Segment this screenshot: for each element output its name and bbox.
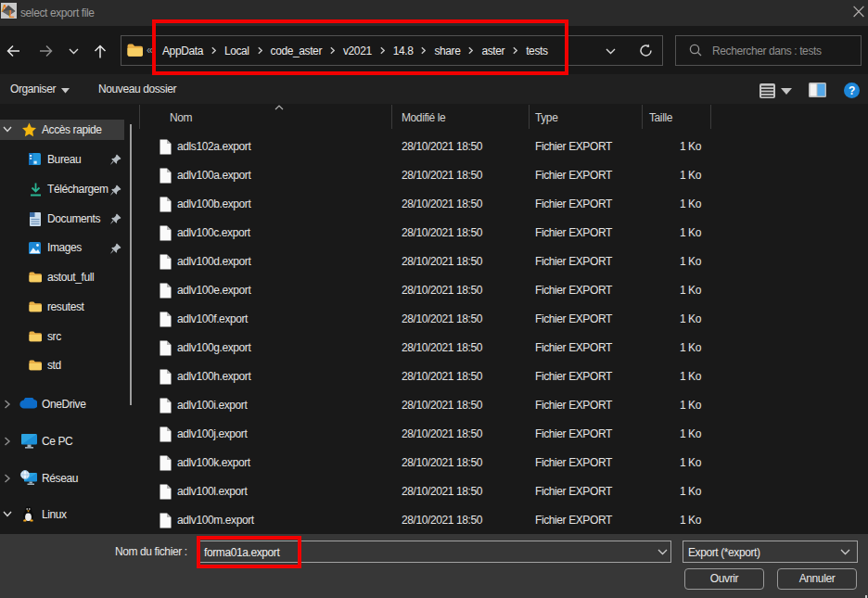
svg-text:L: L bbox=[9, 9, 15, 19]
svg-text:?: ? bbox=[849, 84, 855, 97]
